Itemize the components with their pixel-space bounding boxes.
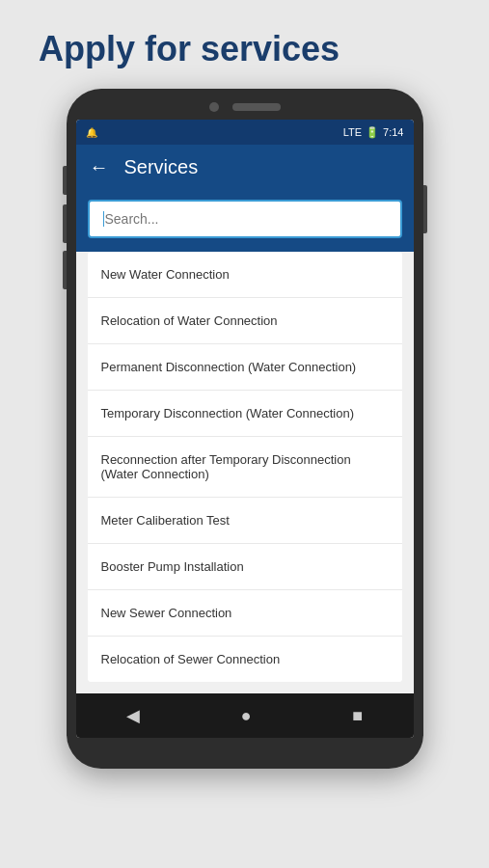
status-bar: 🔔 LTE 🔋 7:14 <box>76 120 414 145</box>
service-item[interactable]: Relocation of Water Connection <box>88 298 402 344</box>
silent-switch <box>63 251 67 289</box>
service-item[interactable]: New Sewer Connection <box>88 590 402 637</box>
front-camera <box>209 102 219 112</box>
app-bar-title: Services <box>124 156 199 178</box>
back-nav-button[interactable]: ◀ <box>126 705 140 726</box>
services-list: New Water ConnectionRelocation of Water … <box>88 252 402 682</box>
earpiece-speaker <box>232 103 281 111</box>
search-container <box>76 190 414 252</box>
app-bar: ← Services <box>76 145 414 190</box>
power-button <box>423 185 427 233</box>
navigation-bar: ◀ ● ■ <box>76 693 414 738</box>
volume-up-button <box>63 166 67 195</box>
service-item[interactable]: Permanent Disconnection (Water Connectio… <box>88 344 402 391</box>
service-item[interactable]: Reconnection after Temporary Disconnecti… <box>88 437 402 498</box>
volume-down-button <box>63 204 67 243</box>
service-item[interactable]: Temporary Disconnection (Water Connectio… <box>88 391 402 437</box>
notification-icon: 🔔 <box>86 127 97 138</box>
status-right: LTE 🔋 7:14 <box>343 126 404 139</box>
search-box[interactable] <box>88 200 402 238</box>
search-input[interactable] <box>104 211 386 227</box>
back-button[interactable]: ← <box>90 156 109 178</box>
home-nav-button[interactable]: ● <box>241 706 252 726</box>
phone-top-bar <box>76 102 414 112</box>
time-display: 7:14 <box>383 126 403 138</box>
recents-nav-button[interactable]: ■ <box>352 706 363 726</box>
service-item[interactable]: Relocation of Sewer Connection <box>88 637 402 682</box>
service-item[interactable]: Meter Caliberation Test <box>88 498 402 544</box>
page-title: Apply for services <box>39 29 450 69</box>
phone-screen: 🔔 LTE 🔋 7:14 ← Services New Water Connec… <box>76 120 414 738</box>
signal-label: LTE <box>343 126 362 138</box>
battery-icon: 🔋 <box>366 126 379 139</box>
service-item[interactable]: New Water Connection <box>88 252 402 298</box>
service-item[interactable]: Booster Pump Installation <box>88 544 402 590</box>
phone-mockup: 🔔 LTE 🔋 7:14 ← Services New Water Connec… <box>67 89 423 769</box>
